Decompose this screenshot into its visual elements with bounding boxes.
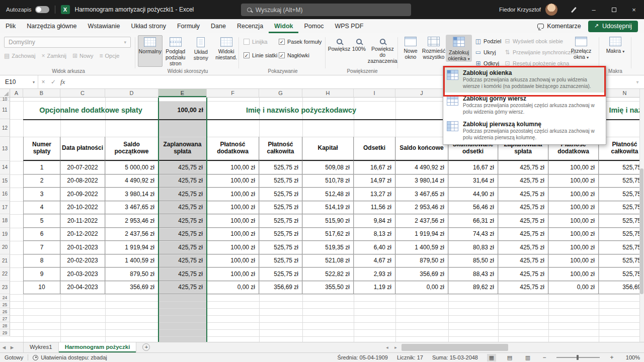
hide-button[interactable]: ▭Ukryj bbox=[475, 49, 496, 56]
zoom-in-button[interactable]: + bbox=[609, 354, 615, 361]
cell-C16[interactable]: 20-09-2022 bbox=[60, 188, 105, 201]
split-button[interactable]: ◫Podziel bbox=[475, 38, 501, 45]
cell-B22[interactable]: 9 bbox=[23, 267, 60, 281]
user-name[interactable]: Fiedor Krzysztof bbox=[499, 7, 541, 13]
cell-C17[interactable]: 20-10-2022 bbox=[60, 201, 105, 215]
cell-K20[interactable]: 80,83 zł bbox=[448, 241, 498, 254]
cell-I18[interactable]: 9,84 zł bbox=[354, 214, 395, 228]
cell-D13[interactable]: Saldo początkowe bbox=[105, 137, 158, 161]
cell-K15[interactable]: 31,64 zł bbox=[448, 174, 498, 188]
zoom-button[interactable]: Powiększ bbox=[328, 35, 350, 64]
sheet-tab-harmonogram-pozyczki[interactable]: Harmonogram pożyczki bbox=[59, 342, 137, 352]
cell-F20[interactable]: 100,00 zł bbox=[207, 241, 259, 254]
cell-M22[interactable]: 100,00 zł bbox=[548, 267, 599, 281]
page-layout-button[interactable]: Układ strony bbox=[189, 35, 213, 67]
add-sheet-button[interactable]: + bbox=[142, 343, 150, 351]
cell-D23[interactable]: 356,69 zł bbox=[105, 281, 158, 295]
cell-C13[interactable]: Data płatności bbox=[60, 137, 105, 161]
cell-D19[interactable]: 2 437,56 zł bbox=[105, 228, 158, 241]
cell-N17[interactable]: 525,75 zł bbox=[599, 201, 644, 215]
cell-H21[interactable]: 521,08 zł bbox=[302, 254, 354, 268]
cell-K23[interactable]: 89,62 zł bbox=[448, 281, 498, 295]
cell-E17[interactable]: 425,75 zł bbox=[158, 201, 207, 215]
cell-I19[interactable]: 8,13 zł bbox=[354, 228, 395, 241]
cell-K14[interactable]: 16,67 zł bbox=[448, 161, 498, 174]
cell-L15[interactable]: 425,75 zł bbox=[498, 174, 548, 188]
hscroll-left-icon[interactable]: ◂ bbox=[383, 342, 391, 352]
row-header-13[interactable]: 13 bbox=[0, 137, 10, 161]
cell-G15[interactable]: 525,75 zł bbox=[259, 174, 302, 188]
tab-pomoc[interactable]: Pomoc bbox=[298, 19, 329, 33]
tab-plik[interactable]: Plik bbox=[0, 19, 21, 33]
sheet-nav-right-icon[interactable]: ▶ bbox=[8, 342, 16, 352]
macros-button[interactable]: Makra ▾ bbox=[603, 35, 627, 54]
tab-narzedzia-glowne[interactable]: Narzędzia główne bbox=[21, 19, 82, 33]
cell-I14[interactable]: 16,67 zł bbox=[354, 161, 395, 174]
switch-windows-button[interactable]: Przełącz okna ▾ bbox=[566, 35, 597, 60]
cell-M15[interactable]: 100,00 zł bbox=[548, 174, 599, 188]
cell-N14[interactable]: 525,75 zł bbox=[599, 161, 644, 174]
column-header-A[interactable]: A bbox=[10, 89, 23, 98]
cell-L21[interactable]: 425,75 zł bbox=[498, 254, 548, 268]
row-header-18[interactable]: 18 bbox=[0, 214, 10, 228]
zoom-out-button[interactable]: − bbox=[541, 354, 547, 361]
cell-F16[interactable]: 100,00 zł bbox=[207, 188, 259, 201]
cell-C22[interactable]: 20-03-2023 bbox=[60, 267, 105, 281]
cell-D18[interactable]: 2 953,46 zł bbox=[105, 214, 158, 228]
cell-N22[interactable]: 525,75 zł bbox=[599, 267, 644, 281]
cell-I16[interactable]: 13,27 zł bbox=[354, 188, 395, 201]
row-header-19[interactable]: 19 bbox=[0, 228, 10, 241]
cell-F23[interactable]: 0,00 zł bbox=[207, 281, 259, 295]
zoom-to-selection-button[interactable]: Powiększ do zaznaczenia bbox=[368, 35, 397, 64]
row-header-25[interactable]: 25 bbox=[0, 301, 10, 308]
cell-L14[interactable]: 425,75 zł bbox=[498, 161, 548, 174]
name-box-chevron-icon[interactable]: ▾ bbox=[33, 80, 35, 84]
cell-K22[interactable]: 88,43 zł bbox=[448, 267, 498, 281]
cell-E11[interactable]: 100,00 zł bbox=[158, 101, 207, 119]
arrange-all-button[interactable]: Rozmieść wszystko bbox=[423, 35, 445, 60]
gridlines-checkbox[interactable]: ✓Linie siatki bbox=[244, 52, 277, 58]
row-header-16[interactable]: 16 bbox=[0, 188, 10, 201]
insert-function-icon[interactable]: fx bbox=[60, 78, 65, 86]
cell-E19[interactable]: 425,75 zł bbox=[158, 228, 207, 241]
tab-wstawianie[interactable]: Wstawianie bbox=[83, 19, 126, 33]
cell-B20[interactable]: 7 bbox=[23, 241, 60, 254]
cell-F13[interactable]: Płatność dodatkowa bbox=[207, 137, 259, 161]
accessibility-status[interactable]: Ułatwienia dostępu: zbadaj bbox=[33, 354, 107, 360]
new-view-button[interactable]: ⊞Nowy bbox=[72, 52, 94, 59]
ruler-checkbox[interactable]: Linijka bbox=[244, 39, 268, 45]
tab-formuly[interactable]: Formuły bbox=[172, 19, 205, 33]
excel-logo-icon[interactable]: X bbox=[61, 5, 70, 14]
formula-bar-checkbox[interactable]: ✓Pasek formuły bbox=[279, 39, 321, 45]
cell-G22[interactable]: 525,75 zł bbox=[259, 267, 302, 281]
maximize-button[interactable] bbox=[604, 0, 624, 19]
cell-N16[interactable]: 525,75 zł bbox=[599, 188, 644, 201]
cell-J20[interactable]: 1 400,59 zł bbox=[395, 241, 448, 254]
share-button[interactable]: ↗ Udostępnij bbox=[588, 21, 638, 32]
normal-view-button[interactable]: Normalny bbox=[138, 35, 163, 67]
cell-E22[interactable]: 425,75 zł bbox=[158, 267, 207, 281]
cell-L23[interactable]: 425,75 zł bbox=[498, 281, 548, 295]
cell-I23[interactable]: 1,19 zł bbox=[354, 281, 395, 295]
cancel-entry-icon[interactable]: × bbox=[38, 78, 48, 85]
column-header-D[interactable]: D bbox=[105, 89, 158, 98]
cell-B21[interactable]: 8 bbox=[23, 254, 60, 268]
cell-H23[interactable]: 355,50 zł bbox=[302, 281, 354, 295]
column-header-C[interactable]: C bbox=[60, 89, 105, 98]
cell-F22[interactable]: 100,00 zł bbox=[207, 267, 259, 281]
cell-F18[interactable]: 100,00 zł bbox=[207, 214, 259, 228]
cell-M21[interactable]: 100,00 zł bbox=[548, 254, 599, 268]
column-header-F[interactable]: F bbox=[207, 89, 259, 98]
cell-C15[interactable]: 20-08-2022 bbox=[60, 174, 105, 188]
cell-E15[interactable]: 425,75 zł bbox=[158, 174, 207, 188]
cell-M20[interactable]: 100,00 zł bbox=[548, 241, 599, 254]
zoom-slider-knob[interactable] bbox=[577, 355, 579, 360]
view-side-by-side-button[interactable]: ⊟Wyświetl obok siebie bbox=[504, 38, 563, 45]
row-header-28[interactable]: 28 bbox=[0, 322, 10, 329]
cell-H14[interactable]: 509,08 zł bbox=[302, 161, 354, 174]
cell-J18[interactable]: 2 437,56 zł bbox=[395, 214, 448, 228]
cell-K18[interactable]: 66,31 zł bbox=[448, 214, 498, 228]
cell-J21[interactable]: 879,50 zł bbox=[395, 254, 448, 268]
sheet-nav-left-icon[interactable]: ◀ bbox=[0, 342, 8, 352]
cell-B14[interactable]: 1 bbox=[23, 161, 60, 174]
